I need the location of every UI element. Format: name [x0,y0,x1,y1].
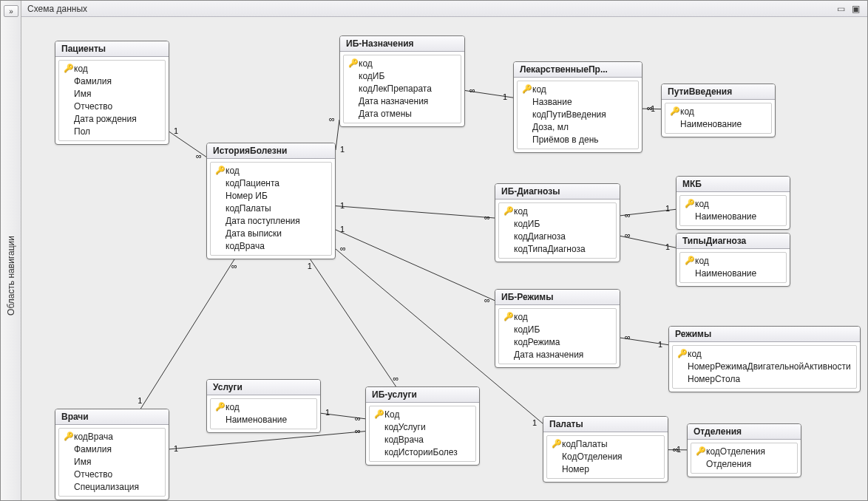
table-services[interactable]: Услуги🔑кодНаименование [206,379,321,433]
table-field[interactable]: Фамилия [64,75,160,87]
table-field[interactable]: Дата рождения [64,112,160,125]
table-header[interactable]: ПутиВведения [662,84,775,100]
table-field[interactable]: 🔑кодПалаты [552,437,660,450]
primary-key-icon: 🔑 [685,256,695,265]
table-field[interactable]: кодПалаты [215,202,327,214]
cardinality-label: 1 [677,445,681,454]
table-field[interactable]: 🔑код [670,105,767,117]
table-field[interactable]: кодУслуги [374,420,471,433]
field-label: код [226,402,240,412]
table-field[interactable]: 🔑код [503,310,611,323]
table-field[interactable]: Доза, мл [522,120,634,133]
table-header[interactable]: Пациенты [55,41,169,57]
table-header[interactable]: ТипыДиагноза [677,234,790,249]
table-field[interactable]: 🔑код [522,83,634,95]
table-header[interactable]: Отделения [688,424,801,440]
table-field[interactable]: Имя [64,455,160,468]
table-field[interactable]: Пол [64,125,160,137]
table-field[interactable]: кодТипаДиагноза [503,242,611,255]
table-header[interactable]: ИсторияБолезни [207,143,335,159]
table-field[interactable]: Фамилия [64,443,160,455]
table-field[interactable]: кодЛекПрепарата [348,82,456,95]
table-field[interactable]: кодДиагноза [503,230,611,242]
table-field[interactable]: Дата назначения [348,95,456,107]
table-field[interactable]: Наименование [215,413,312,426]
svg-line-13 [620,338,668,345]
svg-line-4 [336,230,495,301]
table-field[interactable]: Номер ИБ [215,189,327,202]
table-field[interactable]: 🔑код [677,347,852,360]
table-ib_rez[interactable]: ИБ-Режимы🔑кодкодИБкодРежимаДата назначен… [495,289,620,368]
field-label: НомерСтола [688,374,740,384]
table-regimes[interactable]: Режимы🔑кодНомерРежимаДвигательнойАктивно… [668,326,861,392]
table-field[interactable]: НомерСтола [677,372,852,385]
table-field[interactable]: Имя [64,87,160,100]
table-mkb[interactable]: МКБ🔑кодНаименование [676,176,790,230]
table-field[interactable]: 🔑код [685,254,781,267]
table-field[interactable]: кодИБ [348,69,456,82]
table-field[interactable]: кодРежима [503,335,611,348]
table-field[interactable]: кодИсторииБолез [374,446,471,458]
table-field[interactable]: кодПутиВведения [522,108,634,120]
table-field[interactable]: кодПациента [215,177,327,189]
table-field[interactable]: Отчество [64,100,160,112]
table-header[interactable]: ИБ-Диагнозы [495,184,620,200]
table-field[interactable]: НомерРежимаДвигательнойАктивности [677,360,852,372]
table-header[interactable]: Услуги [207,380,320,395]
table-field[interactable]: 🔑код [503,205,611,217]
table-field[interactable]: Наименование [685,210,781,222]
table-ib_serv[interactable]: ИБ-услуги🔑КодкодУслугикодВрачакодИстории… [365,386,480,466]
minimize-button[interactable]: ▭ [835,4,847,14]
table-drugs[interactable]: ЛекарственныеПр...🔑кодНазваниекодПутиВве… [513,61,642,153]
cardinality-label: 1 [138,396,142,405]
table-routes[interactable]: ПутиВведения🔑кодНаименование [661,84,776,137]
table-field[interactable]: Дата назначения [503,348,611,361]
table-header[interactable]: ИБ-Режимы [495,290,620,305]
table-field[interactable]: 🔑код [685,197,781,210]
table-field[interactable]: Название [522,95,634,108]
table-field[interactable]: кодВрача [215,239,327,252]
table-field[interactable]: Дата поступления [215,214,327,227]
table-field[interactable]: КодОтделения [552,450,660,463]
table-header[interactable]: Режимы [669,327,860,342]
table-header[interactable]: Палаты [543,417,668,432]
field-label: Дата назначения [514,350,583,360]
table-field[interactable]: 🔑код [348,57,456,69]
table-ib_naz[interactable]: ИБ-Назначения🔑кодкодИБкодЛекПрепаратаДат… [339,35,465,127]
table-field[interactable]: 🔑Код [374,408,471,420]
table-field[interactable]: 🔑код [215,401,312,413]
table-departments[interactable]: Отделения🔑кодОтделенияОтделения [687,423,801,477]
table-field[interactable]: Специализация [64,480,160,493]
table-field[interactable]: 🔑кодВрача [64,430,160,443]
table-field[interactable]: 🔑кодОтделения [696,445,793,457]
table-field[interactable]: 🔑код [64,62,160,75]
field-label: Дата поступления [226,216,300,226]
table-wards[interactable]: Палаты🔑кодПалатыКодОтделенияНомер [543,416,668,483]
table-header[interactable]: ИБ-Назначения [340,36,464,52]
table-field[interactable]: Дата выписки [215,227,327,239]
table-doctors[interactable]: Врачи🔑кодВрачаФамилияИмяОтчествоСпециали… [55,409,169,500]
table-field[interactable]: Отделения [696,457,793,470]
table-ib_diag[interactable]: ИБ-Диагнозы🔑кодкодИБкодДиагнозакодТипаДи… [495,183,620,262]
window-title: Схема данных [27,4,87,14]
maximize-button[interactable]: ▣ [850,4,861,14]
table-field[interactable]: Наименование [670,117,767,130]
table-header[interactable]: ИБ-услуги [366,387,479,403]
table-header[interactable]: МКБ [677,177,790,192]
table-diag_types[interactable]: ТипыДиагноза🔑кодНаименование [676,233,790,287]
table-field[interactable]: 🔑код [215,164,327,177]
table-history[interactable]: ИсторияБолезни🔑кодкодПациентаНомер ИБкод… [206,143,336,259]
table-field[interactable]: кодИБ [503,217,611,230]
table-field[interactable]: Дата отмены [348,107,456,120]
table-field[interactable]: Отчество [64,468,160,480]
diagram-canvas[interactable]: Пациенты🔑кодФамилияИмяОтчествоДата рожде… [21,17,867,500]
table-field[interactable]: Приёмов в день [522,133,634,146]
expand-nav-button[interactable]: » [4,5,18,17]
table-header[interactable]: Врачи [55,409,169,425]
table-field[interactable]: кодВрача [374,433,471,446]
table-field[interactable]: Наименование [685,267,781,279]
table-field[interactable]: Номер [552,463,660,475]
table-field[interactable]: кодИБ [503,323,611,335]
table-header[interactable]: ЛекарственныеПр... [514,62,642,78]
table-patients[interactable]: Пациенты🔑кодФамилияИмяОтчествоДата рожде… [55,41,169,145]
